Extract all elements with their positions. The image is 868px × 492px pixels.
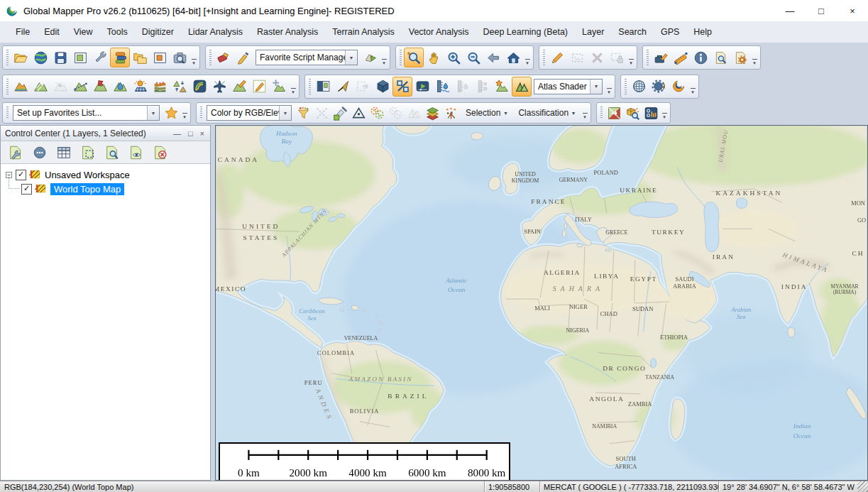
histogram-panel-button[interactable]: [642, 104, 660, 122]
slope-shader-button[interactable]: [392, 77, 412, 97]
flight-path-button[interactable]: [209, 77, 229, 97]
contour-generation-button[interactable]: [31, 77, 50, 97]
full-view-button[interactable]: [503, 48, 523, 67]
selection-dropdown[interactable]: Selection▾: [460, 104, 512, 121]
map-window-button[interactable]: [150, 48, 170, 67]
maximize-button[interactable]: □: [806, 0, 837, 21]
menu-help[interactable]: Help: [686, 27, 719, 37]
panel-close-button[interactable]: ×: [200, 129, 204, 138]
terrain-shift-button[interactable]: [269, 77, 289, 97]
close-button[interactable]: ×: [837, 0, 868, 21]
favorites-combo[interactable]: Set up Favorites List...▼: [13, 105, 160, 121]
follow-mode-button[interactable]: [333, 77, 353, 97]
screen-capture-button[interactable]: [170, 48, 189, 67]
water-level-rise-button[interactable]: [432, 77, 452, 97]
script-run-button[interactable]: [360, 48, 380, 67]
toolbar-drag-handle[interactable]: [400, 50, 402, 65]
favorites-star-button[interactable]: [162, 104, 180, 122]
menu-gps[interactable]: GPS: [654, 27, 686, 37]
watershed-button[interactable]: [90, 77, 110, 97]
script-record-button[interactable]: [214, 48, 234, 67]
layer-checkbox[interactable]: ✓: [21, 184, 32, 195]
minimize-button[interactable]: —: [774, 0, 806, 21]
layer-attributes-button[interactable]: [55, 144, 72, 161]
toolbar-drag-handle[interactable]: [200, 106, 202, 119]
curvature-button[interactable]: [189, 77, 209, 97]
compare-terrain-button[interactable]: [170, 77, 189, 97]
control-center-button[interactable]: [110, 48, 130, 67]
favorite-script-combo[interactable]: Favorite Script Manager..▼: [256, 50, 358, 65]
toolbar-overflow-button[interactable]: ▾: [189, 47, 198, 68]
web-features-button[interactable]: [629, 77, 649, 97]
pan-button[interactable]: [424, 48, 444, 67]
menu-deep-learning-beta[interactable]: Deep Learning (Beta): [476, 27, 576, 37]
open-file-button[interactable]: [11, 48, 31, 67]
configuration-button[interactable]: [90, 48, 110, 67]
toolbar-overflow-button[interactable]: ▾: [627, 47, 635, 68]
lidar-filter-button[interactable]: [294, 104, 312, 122]
zoom-box-button[interactable]: [404, 48, 424, 67]
toolbar-drag-handle[interactable]: [6, 79, 9, 94]
layer-visibility-button[interactable]: [128, 144, 145, 161]
menu-tools[interactable]: Tools: [100, 27, 135, 37]
menu-search[interactable]: Search: [611, 27, 654, 37]
toolbar-overflow-button[interactable]: ▾: [660, 104, 669, 122]
toolbar-drag-handle[interactable]: [6, 50, 9, 65]
toolbar-overflow-button[interactable]: ▾: [688, 76, 697, 97]
zoom-out-button[interactable]: [463, 48, 483, 67]
menu-terrain-analysis[interactable]: Terrain Analysis: [325, 27, 402, 37]
tree-item-world-topo-map[interactable]: ✓World Topo Map: [2, 182, 209, 196]
search-vector-data-button[interactable]: [710, 48, 730, 67]
terrain-painting-button[interactable]: [229, 77, 249, 97]
raster-strata-button[interactable]: [150, 77, 170, 97]
digitizer-edit-button[interactable]: [547, 48, 567, 67]
path-profile-button[interactable]: [70, 77, 90, 97]
previous-view-button[interactable]: [483, 48, 503, 67]
view-3d-button[interactable]: [373, 77, 392, 97]
overlay-options-button[interactable]: [730, 48, 750, 67]
favorite-script-combo-arrow[interactable]: ▼: [345, 50, 357, 65]
toolbar-overflow-button[interactable]: ▾: [750, 47, 759, 68]
layer-metadata-button[interactable]: [31, 144, 48, 161]
panel-minimize-button[interactable]: —: [173, 129, 181, 138]
close-layers-button[interactable]: [152, 144, 169, 161]
gm-extensions-button[interactable]: [669, 77, 688, 97]
measure-button[interactable]: [671, 48, 691, 67]
toolbar-overflow-button[interactable]: ▾: [380, 47, 388, 68]
map-layout-button[interactable]: [70, 48, 90, 67]
toolbar-drag-handle[interactable]: [6, 106, 9, 119]
toolbar-drag-handle[interactable]: [543, 50, 545, 65]
open-online-button[interactable]: [31, 48, 50, 67]
shader-combo[interactable]: Atlas Shader▼: [534, 79, 603, 94]
feature-info-button[interactable]: [691, 48, 710, 67]
custom-shader-button[interactable]: [492, 77, 512, 97]
menu-view[interactable]: View: [67, 27, 100, 37]
menu-digitizer[interactable]: Digitizer: [135, 27, 181, 37]
toolbar-drag-handle[interactable]: [647, 50, 649, 65]
lidar-classify-tool-button[interactable]: [441, 104, 460, 122]
script-edit-button[interactable]: [234, 48, 253, 67]
menu-raster-analysis[interactable]: Raster Analysis: [250, 27, 325, 37]
toolbar-overflow-button[interactable]: ▾: [605, 76, 613, 97]
favorites-combo-arrow[interactable]: ▼: [147, 106, 159, 120]
lidar-color-combo[interactable]: Color by RGB/Elev▼: [207, 105, 292, 121]
lidar-color-combo-arrow[interactable]: ▼: [279, 106, 291, 120]
layer-search-button[interactable]: [104, 144, 121, 161]
projection-settings-button[interactable]: [649, 77, 669, 97]
fly-through-button[interactable]: [412, 77, 432, 97]
toolbar-drag-handle[interactable]: [209, 50, 211, 65]
tree-item-unsaved-workspace[interactable]: −✓Unsaved Workspace: [2, 168, 209, 182]
terrain-sculpting-button[interactable]: [249, 77, 269, 97]
elevation-colors-button[interactable]: [11, 77, 31, 97]
menu-lidar-analysis[interactable]: Lidar Analysis: [181, 27, 250, 37]
toolbar-overflow-button[interactable]: ▾: [581, 104, 589, 122]
save-workspace-button[interactable]: [50, 48, 70, 67]
lidar-noise-classify-button[interactable]: [368, 104, 386, 122]
lidar-layers-button[interactable]: [423, 104, 441, 122]
classification-dropdown[interactable]: Classification▾: [512, 104, 581, 121]
atlas-shader-toggle-button[interactable]: [512, 77, 532, 97]
lidar-ground-classify-button[interactable]: [349, 104, 368, 122]
layer-options-button[interactable]: [7, 144, 24, 161]
menu-layer[interactable]: Layer: [575, 27, 611, 37]
shader-combo-arrow[interactable]: ▼: [590, 80, 602, 94]
